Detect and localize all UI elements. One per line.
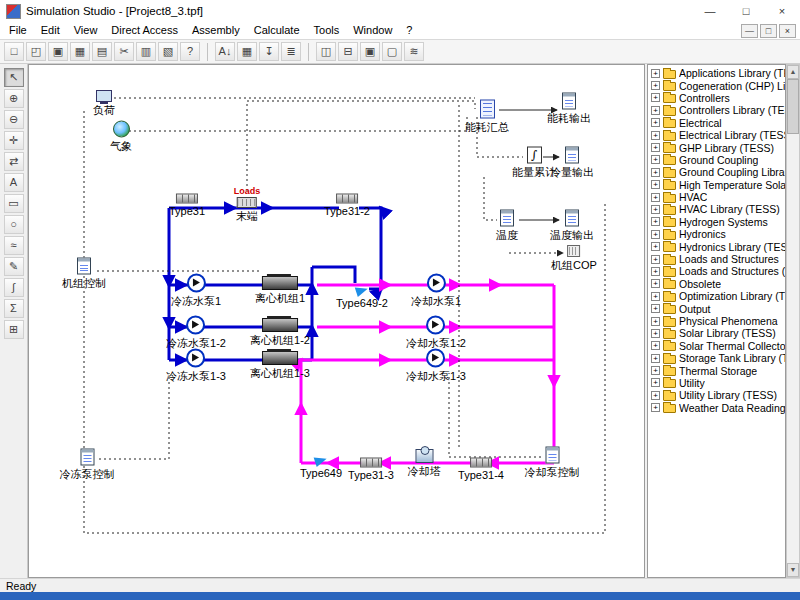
library-item[interactable]: +Controllers Library (TESS) [648, 104, 785, 116]
scroll-up-icon[interactable]: ▲ [787, 65, 799, 79]
expand-plus-icon[interactable]: + [651, 391, 660, 400]
menu-item-file[interactable]: File [2, 22, 34, 39]
expand-plus-icon[interactable]: + [651, 304, 660, 313]
library-item[interactable]: +Solar Thermal Collectors [648, 340, 785, 352]
library-item[interactable]: +Weather Data Reading and Process [648, 402, 785, 414]
component-chw-pump-2[interactable]: 冷冻水泵1-2 [166, 316, 226, 351]
select-icon[interactable]: ↖ [4, 68, 24, 87]
menu-item-calculate[interactable]: Calculate [247, 22, 307, 39]
expand-plus-icon[interactable]: + [651, 193, 660, 202]
cut-icon[interactable]: ✂ [114, 42, 134, 61]
library-item[interactable]: +Optimization Library (TESS) [648, 290, 785, 302]
library-item[interactable]: +Ground Coupling Library (TESS) [648, 166, 785, 178]
component-temperature[interactable]: 温度 [496, 210, 518, 243]
library-item[interactable]: +Hydronics [648, 228, 785, 240]
expand-plus-icon[interactable]: + [651, 279, 660, 288]
list-view-icon[interactable]: ≣ [281, 42, 301, 61]
grid-view-icon[interactable]: ▦ [237, 42, 257, 61]
menu-item-tools[interactable]: Tools [307, 22, 347, 39]
component-cw-pump-1[interactable]: 冷却水泵1 [411, 274, 461, 309]
scroll-thumb[interactable] [787, 79, 799, 134]
expand-plus-icon[interactable]: + [651, 93, 660, 102]
expand-plus-icon[interactable]: + [651, 354, 660, 363]
library-item[interactable]: +Utility [648, 377, 785, 389]
library-item[interactable]: +Applications Library (TESS) [648, 67, 785, 79]
save-icon[interactable]: ▣ [48, 42, 68, 61]
library-item[interactable]: +Loads and Structures [648, 253, 785, 265]
print-icon[interactable]: ▤ [92, 42, 112, 61]
component-load[interactable]: 负荷 [93, 90, 115, 118]
paste-icon[interactable]: ▧ [158, 42, 178, 61]
expand-plus-icon[interactable]: + [651, 378, 660, 387]
library-item[interactable]: +Hydronics Library (TESS) [648, 240, 785, 252]
menu-item-edit[interactable]: Edit [34, 22, 67, 39]
library-item[interactable]: +HVAC [648, 191, 785, 203]
expand-plus-icon[interactable]: + [651, 155, 660, 164]
expand-plus-icon[interactable]: + [651, 168, 660, 177]
expand-plus-icon[interactable]: + [651, 230, 660, 239]
component-cw-pump-2[interactable]: 冷却水泵1-2 [406, 316, 466, 351]
library-item[interactable]: +Utility Library (TESS) [648, 389, 785, 401]
component-chw-pump-control[interactable]: 冷冻泵控制 [60, 449, 115, 482]
expand-plus-icon[interactable]: + [651, 131, 660, 140]
expand-plus-icon[interactable]: + [651, 292, 660, 301]
component-unit-control[interactable]: 机组控制 [62, 258, 106, 291]
library-item[interactable]: +Electrical Library (TESS) [648, 129, 785, 141]
component-cw-pump-control[interactable]: 冷却泵控制 [525, 447, 580, 480]
tile-vertical-icon[interactable]: ⊟ [338, 42, 358, 61]
expand-plus-icon[interactable]: + [651, 217, 660, 226]
component-type649-2[interactable]: Type649-2 [336, 286, 388, 309]
library-item[interactable]: +Loads and Structures (TESS) [648, 265, 785, 277]
text-icon[interactable]: A [4, 173, 24, 192]
open-icon[interactable]: ◰ [26, 42, 46, 61]
close-button[interactable]: × [764, 0, 800, 22]
component-chiller-1[interactable]: 离心机组1 [255, 276, 305, 306]
component-cooling-output[interactable]: 冷量输出 [550, 147, 594, 180]
expand-plus-icon[interactable]: + [651, 69, 660, 78]
expand-plus-icon[interactable]: + [651, 118, 660, 127]
expand-plus-icon[interactable]: + [651, 143, 660, 152]
library-item[interactable]: +Cogeneration (CHP) Library (TESS) [648, 79, 785, 91]
component-terminal[interactable]: Loads末端 [234, 186, 261, 224]
mdi-close-button[interactable]: × [779, 24, 796, 38]
tile-horizontal-icon[interactable]: ◫ [316, 42, 336, 61]
grid-icon[interactable]: ⊞ [4, 320, 24, 339]
menu-item-direct-access[interactable]: Direct Access [104, 22, 185, 39]
maximize-button[interactable]: □ [728, 0, 764, 22]
new-icon[interactable]: □ [4, 42, 24, 61]
library-item[interactable]: +Output [648, 302, 785, 314]
rectangle-icon[interactable]: ▭ [4, 194, 24, 213]
component-energy-output[interactable]: 能耗输出 [547, 93, 591, 126]
component-energy-sum[interactable]: 能耗汇总 [465, 100, 509, 135]
library-item[interactable]: +Electrical [648, 117, 785, 129]
component-unit-cop[interactable]: 机组COP [551, 245, 597, 273]
expand-plus-icon[interactable]: + [651, 106, 660, 115]
mdi-minimize-button[interactable]: — [741, 24, 758, 38]
component-chw-pump-1[interactable]: 冷冻水泵1 [171, 274, 221, 309]
integral-icon[interactable]: ∫ [4, 278, 24, 297]
expand-plus-icon[interactable]: + [651, 81, 660, 90]
component-type649[interactable]: Type649 [300, 456, 342, 479]
diagram-canvas[interactable]: 负荷气象Type31Loads末端Type31-2能耗汇总能耗输出∫能量累计冷量… [28, 64, 645, 578]
copy-icon[interactable]: ▥ [136, 42, 156, 61]
expand-plus-icon[interactable]: + [651, 267, 660, 276]
zoom-in-icon[interactable]: ⊕ [4, 89, 24, 108]
expand-plus-icon[interactable]: + [651, 403, 660, 412]
library-scrollbar[interactable]: ▲ ▼ [786, 64, 800, 578]
sum-icon[interactable]: Σ [4, 299, 24, 318]
component-chiller-3[interactable]: 离心机组1-3 [250, 351, 310, 381]
minimize-button[interactable]: — [692, 0, 728, 22]
library-item[interactable]: +Physical Phenomena [648, 315, 785, 327]
library-item[interactable]: +HVAC Library (TESS) [648, 203, 785, 215]
sort-icon[interactable]: A↓ [215, 42, 235, 61]
menu-item-window[interactable]: Window [346, 22, 399, 39]
pan-icon[interactable]: ✛ [4, 131, 24, 150]
library-item[interactable]: +Ground Coupling [648, 154, 785, 166]
save-all-icon[interactable]: ▦ [70, 42, 90, 61]
component-cooling-tower[interactable]: 冷却塔 [408, 449, 441, 479]
ellipse-icon[interactable]: ○ [4, 215, 24, 234]
scroll-down-icon[interactable]: ▼ [787, 563, 799, 577]
menu-item-assembly[interactable]: Assembly [185, 22, 247, 39]
library-item[interactable]: +Hydrogen Systems [648, 216, 785, 228]
library-item[interactable]: +High Temperature Solar (TESS) [648, 179, 785, 191]
